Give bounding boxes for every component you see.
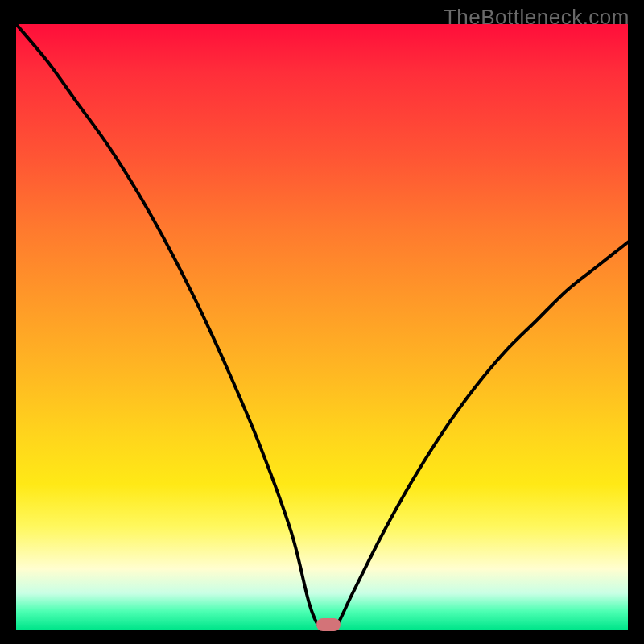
chart-frame: TheBottleneck.com [0,0,644,644]
watermark-text: TheBottleneck.com [444,5,630,30]
plot-area [16,24,628,630]
minimum-marker [316,618,341,631]
bottleneck-curve [16,24,628,630]
